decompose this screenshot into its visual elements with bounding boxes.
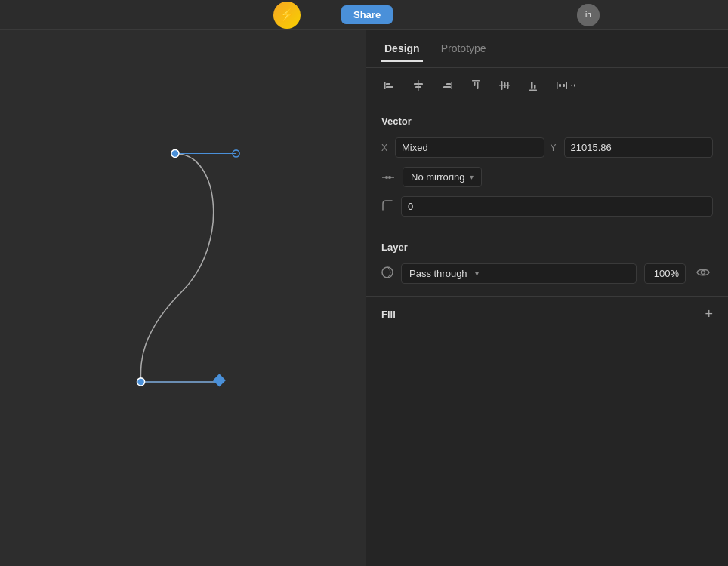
right-panel: Design Prototype xyxy=(366,30,728,566)
svg-rect-21 xyxy=(507,82,509,89)
svg-rect-14 xyxy=(443,86,451,88)
align-center-h-button[interactable] xyxy=(407,75,430,95)
blend-mode-icon xyxy=(381,266,393,282)
corner-row: 0 xyxy=(381,196,713,217)
svg-rect-10 xyxy=(414,83,423,85)
vector-canvas xyxy=(0,30,366,566)
svg-rect-12 xyxy=(452,82,453,89)
share-button[interactable]: Share xyxy=(341,5,393,24)
svg-rect-9 xyxy=(418,80,419,91)
svg-rect-22 xyxy=(529,90,537,91)
svg-rect-5 xyxy=(213,374,226,386)
blend-mode-value: Pass through xyxy=(409,268,467,279)
svg-rect-11 xyxy=(415,86,421,88)
align-right-button[interactable] xyxy=(436,75,458,95)
canvas-area[interactable] xyxy=(0,30,366,566)
mirroring-dropdown[interactable]: No mirroring ▾ xyxy=(403,167,482,187)
svg-rect-28 xyxy=(563,84,565,87)
visibility-toggle[interactable] xyxy=(693,264,713,284)
topbar: ⚡ Share in xyxy=(0,0,728,30)
distribute-button[interactable] xyxy=(551,75,581,95)
layer-section: Layer Pass through ▾ 100% xyxy=(366,229,728,297)
mirroring-row: No mirroring ▾ xyxy=(381,167,713,187)
xy-row: X Mixed Y 21015.86 xyxy=(381,137,713,158)
svg-rect-16 xyxy=(474,82,476,86)
x-value[interactable]: Mixed xyxy=(395,137,544,158)
align-center-v-button[interactable] xyxy=(493,75,516,95)
svg-rect-20 xyxy=(504,82,506,88)
svg-point-33 xyxy=(382,267,393,278)
align-toolbar xyxy=(366,68,728,103)
align-top-button[interactable] xyxy=(464,75,487,95)
tab-design[interactable]: Design xyxy=(381,36,423,62)
svg-rect-13 xyxy=(446,83,451,85)
svg-rect-15 xyxy=(472,80,480,82)
mirroring-value: No mirroring xyxy=(411,171,465,183)
svg-point-30 xyxy=(385,176,388,179)
x-group: X Mixed xyxy=(381,137,544,158)
svg-rect-17 xyxy=(477,82,479,89)
svg-rect-6 xyxy=(384,82,386,89)
svg-rect-7 xyxy=(386,83,390,85)
svg-rect-19 xyxy=(501,81,503,90)
svg-rect-23 xyxy=(531,82,533,89)
y-group: Y 21015.86 xyxy=(551,137,714,158)
corner-radius-value[interactable]: 0 xyxy=(401,196,713,217)
svg-rect-8 xyxy=(386,86,393,88)
svg-rect-26 xyxy=(566,82,568,89)
mirroring-chevron: ▾ xyxy=(470,173,474,181)
svg-point-4 xyxy=(137,378,145,386)
y-value[interactable]: 21015.86 xyxy=(564,137,714,158)
fill-section: Fill + xyxy=(366,297,728,331)
svg-point-34 xyxy=(702,270,705,274)
tabs-bar: Design Prototype xyxy=(366,30,728,68)
svg-point-2 xyxy=(171,149,179,157)
add-fill-button[interactable]: + xyxy=(705,307,713,321)
vector-section-title: Vector xyxy=(381,115,713,127)
user-avatar: in xyxy=(577,4,600,26)
main-area: Design Prototype xyxy=(0,30,728,566)
svg-point-32 xyxy=(388,176,391,179)
layer-row: Pass through ▾ 100% xyxy=(381,263,713,284)
svg-rect-24 xyxy=(534,85,536,89)
tab-prototype[interactable]: Prototype xyxy=(438,36,489,62)
opacity-value[interactable]: 100% xyxy=(644,263,686,284)
app-logo: ⚡ xyxy=(273,2,301,29)
corner-radius-icon xyxy=(381,199,393,214)
layer-section-title: Layer xyxy=(381,241,713,253)
mirroring-icon xyxy=(381,172,395,183)
svg-rect-27 xyxy=(559,84,561,87)
svg-rect-25 xyxy=(557,82,558,89)
x-label: X xyxy=(381,143,392,153)
y-label: Y xyxy=(551,143,561,153)
align-left-button[interactable] xyxy=(378,75,401,95)
blend-mode-dropdown[interactable]: Pass through ▾ xyxy=(401,263,637,284)
fill-section-title: Fill xyxy=(381,309,396,320)
blend-mode-chevron: ▾ xyxy=(475,269,479,278)
align-bottom-button[interactable] xyxy=(522,75,544,95)
vector-section: Vector X Mixed Y 21015.86 xyxy=(366,103,728,229)
